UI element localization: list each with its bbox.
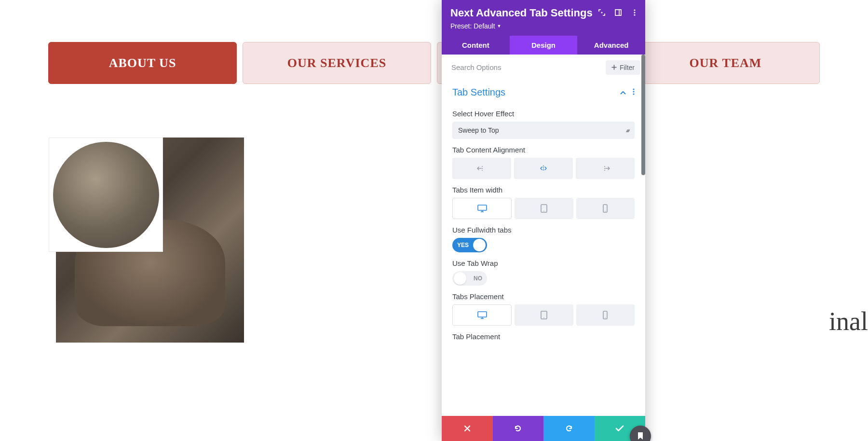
hover-effect-select[interactable]: Sweep to Top ▴▾ [452,122,635,139]
content-align-options [452,158,635,179]
device-desktop-option[interactable] [452,198,512,219]
undo-button[interactable] [493,416,544,441]
tab-placement-label: Tab Placement [452,332,635,341]
device-phone-option[interactable] [576,198,635,219]
redo-icon [565,424,573,433]
device-desktop-option-2[interactable] [452,304,512,326]
fullwidth-toggle[interactable]: YES [452,238,487,252]
panel-tabs: Content Design Advanced [442,36,645,55]
settings-panel: Next Advanced Tab Settings Preset: Defau… [442,0,645,441]
panel-body: Tab Settings Select Hover Effect Sweep t… [442,80,645,416]
device-phone-option-2[interactable] [576,304,635,326]
snap-icon[interactable] [614,9,622,16]
collapse-icon[interactable] [620,88,626,97]
close-icon [464,425,471,432]
fullwidth-label: Use Fullwidth tabs [452,226,635,234]
svg-point-7 [633,91,634,92]
svg-point-3 [634,9,635,11]
plus-icon [611,65,617,70]
fullwidth-toggle-text: YES [457,242,469,248]
section-header: Tab Settings [452,80,635,103]
redo-button[interactable] [543,416,595,441]
search-row: Filter [442,55,645,80]
caret-down-icon: ▼ [497,24,502,28]
select-caret-icon: ▴▾ [626,127,629,134]
align-right-option[interactable] [576,158,635,179]
page-preview: ABOUT US OUR SERVICES TRUSTED US OUR TEA… [0,0,868,441]
panel-tab-content[interactable]: Content [442,36,510,55]
svg-point-4 [634,12,635,13]
scrollbar[interactable] [641,55,645,175]
device-tablet-option-2[interactable] [515,304,573,326]
hover-effect-value: Sweep to Top [458,126,499,134]
close-button[interactable] [442,416,493,441]
svg-point-16 [605,211,606,211]
panel-header: Next Advanced Tab Settings Preset: Defau… [442,0,645,36]
header-icons [598,9,638,16]
search-input[interactable] [447,59,602,75]
svg-point-6 [633,88,634,90]
svg-rect-17 [478,312,487,317]
toggle-knob [473,239,486,251]
svg-point-5 [634,14,635,15]
background-heading-fragment: inal [829,306,868,336]
tab-content [48,96,820,343]
section-controls [620,88,635,97]
kebab-icon[interactable] [631,9,638,16]
tabs-placement-label: Tabs Placement [452,292,635,301]
expand-icon[interactable] [598,9,606,16]
tabs-placement-options [452,304,635,326]
item-width-options [452,198,635,219]
filter-label: Filter [620,64,635,71]
toggle-knob [454,272,466,285]
panel-footer [442,416,645,441]
tab-our-team[interactable]: OUR TEAM [631,42,820,84]
svg-rect-12 [478,205,487,210]
section-title[interactable]: Tab Settings [452,87,505,98]
wrap-label: Use Tab Wrap [452,259,635,267]
undo-icon [514,424,522,433]
align-center-option[interactable] [514,158,573,179]
align-left-option[interactable] [452,158,511,179]
svg-point-21 [605,317,606,318]
wrap-toggle-text: NO [474,275,482,282]
preset-label: Preset: Default [450,22,495,30]
content-align-label: Tab Content Alignment [452,146,635,154]
image-group [49,138,292,343]
device-tablet-option[interactable] [515,198,573,219]
item-width-label: Tabs Item width [452,186,635,194]
svg-point-0 [601,12,603,14]
svg-point-8 [633,93,634,95]
section-kebab-icon[interactable] [633,88,635,97]
wrap-toggle[interactable]: NO [452,271,487,286]
tab-our-services[interactable]: OUR SERVICES [243,42,431,84]
panel-tab-advanced[interactable]: Advanced [577,36,645,55]
circle-image [49,138,163,252]
filter-button[interactable]: Filter [606,60,640,75]
tab-about-us[interactable]: ABOUT US [48,42,237,84]
preset-dropdown[interactable]: Preset: Default ▼ [450,22,637,30]
svg-point-14 [543,211,544,212]
svg-point-19 [543,317,544,318]
bookmark-icon [637,432,644,441]
page-tabs: ABOUT US OUR SERVICES TRUSTED US OUR TEA… [48,42,820,84]
panel-tab-design[interactable]: Design [510,36,578,55]
hover-effect-label: Select Hover Effect [452,110,635,118]
check-icon [615,425,624,432]
svg-rect-1 [615,10,621,15]
